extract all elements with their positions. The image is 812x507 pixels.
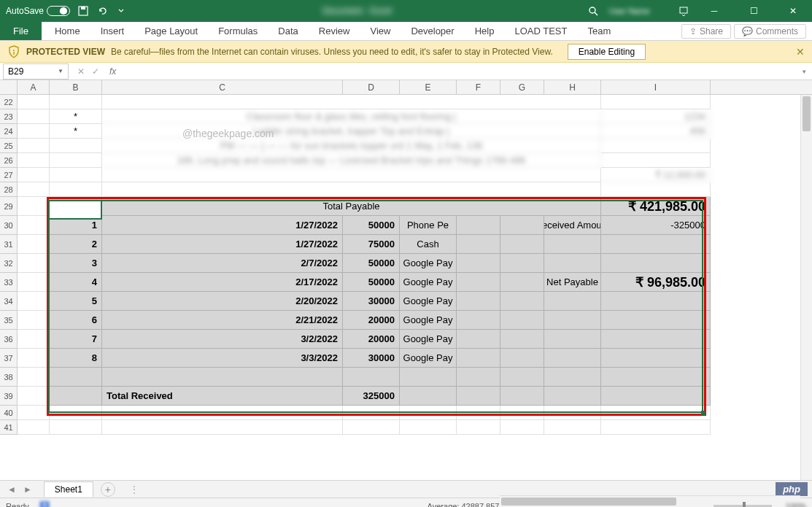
cell[interactable] bbox=[343, 406, 400, 420]
cell[interactable]: 4 bbox=[50, 273, 102, 292]
row-header-26[interactable]: 26 bbox=[0, 153, 17, 168]
scrollbar-thumb[interactable] bbox=[803, 96, 811, 131]
cell[interactable] bbox=[601, 95, 711, 109]
tab-developer[interactable]: Developer bbox=[401, 22, 464, 40]
cell[interactable]: 2 bbox=[50, 235, 102, 254]
cell[interactable]: Classroom floor & glass tiles, ceiling f… bbox=[102, 109, 601, 124]
cell[interactable] bbox=[601, 420, 711, 435]
tab-formulas[interactable]: Formulas bbox=[208, 22, 268, 40]
cell[interactable]: 1/27/2022 bbox=[102, 216, 343, 235]
cell[interactable]: Phone Pe bbox=[400, 216, 457, 235]
cell[interactable] bbox=[457, 387, 500, 406]
close-protected-bar[interactable]: ✕ bbox=[796, 46, 805, 58]
chevron-down-icon[interactable]: ▼ bbox=[58, 68, 63, 74]
cell[interactable] bbox=[601, 387, 711, 406]
cell[interactable] bbox=[457, 292, 500, 311]
cell[interactable] bbox=[544, 387, 601, 406]
cell[interactable]: 1234 bbox=[601, 109, 711, 124]
cell[interactable] bbox=[544, 406, 601, 420]
row-header-40[interactable]: 40 bbox=[0, 406, 17, 420]
cell[interactable] bbox=[18, 330, 50, 349]
cell[interactable]: 5 bbox=[50, 292, 102, 311]
cell[interactable] bbox=[18, 124, 50, 139]
cell[interactable] bbox=[18, 109, 50, 124]
cells-area[interactable]: *Classroom floor & glass tiles, ceiling … bbox=[18, 95, 812, 435]
cell[interactable] bbox=[457, 273, 500, 292]
cell[interactable] bbox=[500, 368, 544, 387]
cell[interactable] bbox=[601, 368, 711, 387]
cell[interactable]: Google Pay bbox=[400, 292, 457, 311]
save-icon[interactable] bbox=[77, 5, 89, 17]
cell[interactable] bbox=[544, 330, 601, 349]
selection-handle[interactable] bbox=[701, 411, 705, 415]
cell[interactable] bbox=[18, 153, 50, 168]
tab-view[interactable]: View bbox=[360, 22, 401, 40]
maximize-button[interactable]: ☐ bbox=[739, 0, 768, 22]
row-header-35[interactable]: 35 bbox=[0, 311, 17, 330]
cell[interactable]: 3 bbox=[50, 254, 102, 273]
col-header-D[interactable]: D bbox=[343, 80, 400, 94]
cell[interactable]: 30000 bbox=[343, 349, 400, 368]
row-header-29[interactable]: 29 bbox=[0, 197, 17, 216]
cell[interactable] bbox=[343, 368, 400, 387]
add-sheet-button[interactable]: + bbox=[101, 482, 115, 497]
cell[interactable] bbox=[601, 311, 711, 330]
cell[interactable] bbox=[18, 273, 50, 292]
cell[interactable] bbox=[50, 406, 102, 420]
cell[interactable] bbox=[50, 95, 102, 109]
select-all-corner[interactable] bbox=[0, 80, 18, 94]
cell[interactable] bbox=[601, 139, 711, 153]
cell[interactable]: 20000 bbox=[343, 330, 400, 349]
cell[interactable] bbox=[601, 182, 711, 197]
row-header-24[interactable]: 24 bbox=[0, 124, 17, 139]
cell[interactable] bbox=[50, 182, 102, 197]
cell[interactable] bbox=[102, 168, 601, 182]
cell[interactable] bbox=[500, 273, 544, 292]
tab-insert[interactable]: Insert bbox=[90, 22, 135, 40]
cell[interactable]: ₹ 12,000.00 bbox=[601, 168, 711, 182]
cell[interactable]: Google Pay bbox=[400, 349, 457, 368]
row-header-22[interactable]: 22 bbox=[0, 95, 17, 109]
cell[interactable] bbox=[400, 420, 457, 435]
cell[interactable]: Google Pay bbox=[400, 273, 457, 292]
cell[interactable]: 7 bbox=[50, 330, 102, 349]
minimize-button[interactable]: ─ bbox=[700, 0, 729, 22]
cell[interactable] bbox=[18, 182, 50, 197]
cell[interactable]: ₹ 421,985.00 bbox=[601, 197, 711, 216]
cell[interactable]: 3/3/2022 bbox=[102, 349, 343, 368]
ribbon-options-icon[interactable] bbox=[678, 5, 689, 17]
col-header-A[interactable]: A bbox=[18, 80, 50, 94]
cell[interactable] bbox=[601, 254, 711, 273]
cell[interactable] bbox=[601, 235, 711, 254]
row-header-34[interactable]: 34 bbox=[0, 292, 17, 311]
cell[interactable] bbox=[18, 292, 50, 311]
tab-file[interactable]: File bbox=[0, 22, 42, 40]
tab-data[interactable]: Data bbox=[268, 22, 308, 40]
cell[interactable] bbox=[18, 349, 50, 368]
cancel-formula-icon[interactable]: ✕ bbox=[77, 66, 85, 77]
zoom-level[interactable]: 100% bbox=[786, 502, 806, 508]
cell[interactable] bbox=[500, 349, 544, 368]
cell[interactable]: Ladder string bracket, trapper Top and E… bbox=[102, 124, 601, 139]
cell[interactable] bbox=[50, 153, 102, 168]
cell[interactable] bbox=[50, 368, 102, 387]
cell[interactable] bbox=[18, 254, 50, 273]
row-header-25[interactable]: 25 bbox=[0, 139, 17, 153]
col-header-B[interactable]: B bbox=[50, 80, 102, 94]
cell[interactable] bbox=[18, 406, 50, 420]
autosave-toggle[interactable]: AutoSave Off bbox=[6, 6, 70, 16]
share-button[interactable]: ⇪Share bbox=[681, 24, 731, 39]
cell[interactable] bbox=[18, 420, 50, 435]
cell[interactable]: 3/2/2022 bbox=[102, 330, 343, 349]
cell[interactable] bbox=[601, 153, 711, 168]
cell[interactable]: Google Pay bbox=[400, 311, 457, 330]
row-header-37[interactable]: 37 bbox=[0, 349, 17, 368]
cell[interactable]: 8 bbox=[50, 349, 102, 368]
cell[interactable] bbox=[400, 387, 457, 406]
name-box[interactable]: B29▼ bbox=[3, 63, 69, 80]
cell[interactable] bbox=[544, 368, 601, 387]
col-header-I[interactable]: I bbox=[601, 80, 711, 94]
cell[interactable] bbox=[500, 406, 544, 420]
cell[interactable] bbox=[400, 368, 457, 387]
cell[interactable] bbox=[544, 292, 601, 311]
